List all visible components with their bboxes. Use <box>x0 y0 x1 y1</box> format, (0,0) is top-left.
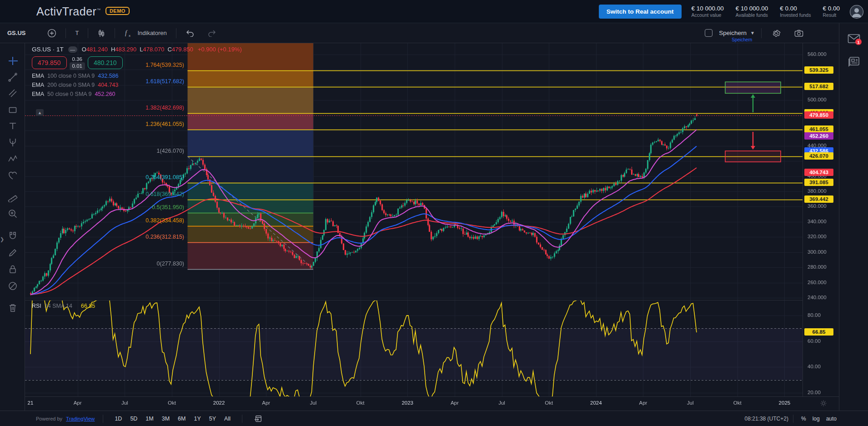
ruler-icon <box>8 192 18 202</box>
user-icon <box>850 5 863 19</box>
save-layout-button[interactable]: Speichern Speichern ▼ <box>719 30 755 36</box>
account-stat: € 0.00Invested funds <box>780 5 811 19</box>
indicator-legend-row[interactable]: EMA100 close 0 SMA 9432.586 <box>32 73 242 79</box>
fx-icon: f x <box>124 29 134 37</box>
price-badge: 426.070 <box>804 152 833 160</box>
news-button[interactable] <box>848 56 860 70</box>
chart-style-button[interactable] <box>94 27 109 40</box>
rsi-value: 66.85 <box>81 303 95 309</box>
tool-eraser[interactable] <box>6 280 20 292</box>
indicator-value: 404.743 <box>98 82 118 88</box>
account-stat-value: € 10 000.00 <box>692 5 724 13</box>
ohlc-value: 483.290 <box>115 46 136 53</box>
price-axis[interactable]: 560.000500.000440.000400.000380.000360.0… <box>803 43 839 396</box>
auto-scale-button[interactable]: auto <box>823 414 840 423</box>
tool-trash[interactable] <box>6 301 20 314</box>
sell-button[interactable]: 479.850 <box>32 56 67 69</box>
save-sub-label: Speichern <box>732 37 752 42</box>
account-stat-value: € 0.00 <box>823 5 840 13</box>
symbol-button[interactable]: GS.US <box>7 30 25 36</box>
range-button-6m[interactable]: 6M <box>175 414 189 423</box>
draw-icon <box>8 248 18 258</box>
rsi-legend: RSI 14 SMA 14 66.85 <box>32 303 95 309</box>
tool-ruler[interactable] <box>6 191 20 204</box>
legend-collapse-button[interactable]: — <box>68 46 77 53</box>
indicators-label: Indikatoren <box>137 30 166 36</box>
mail-button[interactable]: 1 <box>848 33 860 46</box>
percent-scale-button[interactable]: % <box>798 414 809 423</box>
compare-add-button[interactable] <box>44 27 60 40</box>
avatar[interactable] <box>850 5 863 19</box>
tool-pattern[interactable] <box>6 153 20 165</box>
tool-pitchfork[interactable] <box>6 136 20 149</box>
price-tick: 280.000 <box>808 264 827 270</box>
time-axis[interactable]: 21AprJulOkt2022AprJulOkt2023AprJulOkt202… <box>25 396 839 411</box>
price-badge: 461.055 <box>804 125 833 133</box>
zoom-in-icon <box>8 209 18 219</box>
range-button-3m[interactable]: 3M <box>159 414 173 423</box>
rsi-name: RSI <box>32 303 41 309</box>
undo-button[interactable] <box>182 28 198 39</box>
range-button-1m[interactable]: 1M <box>142 414 156 423</box>
tool-magnet[interactable] <box>6 230 20 242</box>
range-button-all[interactable]: All <box>221 414 234 423</box>
tool-crosshair[interactable] <box>6 55 20 67</box>
top-header: ActivTrader™ DEMO Switch to Real account… <box>0 0 868 23</box>
layout-checkbox[interactable] <box>705 29 712 37</box>
tradingview-link[interactable]: TradingView <box>66 416 95 421</box>
price-tick: 320.000 <box>808 234 827 239</box>
spread-bottom: 0.01 <box>70 62 85 70</box>
settings-button[interactable] <box>768 27 784 40</box>
expand-panel-chevron-icon[interactable]: ❯ <box>0 236 4 242</box>
legend-symbol-interval[interactable]: GS.US · 1T <box>32 46 64 53</box>
powered-by-label: Powered by <box>36 416 62 421</box>
tool-draw[interactable] <box>6 246 20 259</box>
go-to-date-button[interactable] <box>251 413 266 425</box>
buy-button[interactable]: 480.210 <box>88 56 123 69</box>
account-stat-label: Result <box>823 12 840 18</box>
indicator-legend-rows: EMA100 close 0 SMA 9432.586EMA200 close … <box>32 73 242 97</box>
clock[interactable]: 08:21:38 (UTC+2) <box>745 416 788 422</box>
candlestick-icon <box>97 29 105 38</box>
save-label: Speichern <box>719 30 747 36</box>
header-right: Switch to Real account € 10 000.00Accoun… <box>599 0 863 23</box>
log-scale-button[interactable]: log <box>809 414 823 423</box>
switch-to-real-button[interactable]: Switch to Real account <box>599 5 682 19</box>
indicators-button[interactable]: f x Indikatoren <box>120 27 170 39</box>
crosshair-icon <box>8 56 18 66</box>
tool-favorites[interactable] <box>6 169 20 182</box>
timeframe-button[interactable]: T <box>71 28 82 38</box>
fib-panel-collapse-button[interactable]: ▲ <box>36 109 44 116</box>
range-button-5y[interactable]: 5Y <box>206 414 219 423</box>
tool-lock[interactable] <box>6 263 20 276</box>
range-button-1d[interactable]: 1D <box>111 414 125 423</box>
rsi-value-badge: 66.85 <box>804 328 833 336</box>
range-button-1y[interactable]: 1Y <box>191 414 204 423</box>
tool-brush[interactable] <box>6 71 20 84</box>
range-button-5d[interactable]: 5D <box>127 414 140 423</box>
logo-text: ActivTrader <box>36 5 96 18</box>
chart-toolbar: GS.US T f x <box>0 23 839 43</box>
redo-button[interactable] <box>204 28 220 39</box>
account-stat-value: € 10 000.00 <box>736 5 768 13</box>
tool-zoom-in[interactable] <box>6 207 20 220</box>
demo-badge: DEMO <box>105 7 130 15</box>
rsi-tick: 60.00 <box>808 338 821 344</box>
account-stat-label: Invested funds <box>780 12 811 18</box>
time-tick: Jul <box>498 400 505 406</box>
mail-unread-badge: 1 <box>855 39 862 45</box>
screenshot-button[interactable] <box>791 27 807 39</box>
account-stats: € 10 000.00Account value€ 10 000.00Avail… <box>692 5 840 19</box>
price-tick: 300.000 <box>808 249 827 255</box>
lock-icon <box>8 264 18 274</box>
indicator-legend-row[interactable]: EMA50 close 0 SMA 9452.260 <box>32 91 242 97</box>
tool-trend-line[interactable] <box>6 87 20 100</box>
axis-settings-icon[interactable] <box>820 400 827 407</box>
indicator-name: EMA <box>32 91 44 97</box>
indicator-legend-row[interactable]: EMA200 close 0 SMA 9404.743 <box>32 82 242 88</box>
chart-legend: GS.US · 1T — O481.240H483.290L478.070C47… <box>32 46 242 97</box>
pitchfork-icon <box>8 137 18 147</box>
spread-top: 0.36 <box>72 56 82 62</box>
tool-text[interactable] <box>6 120 20 132</box>
tool-rectangle[interactable] <box>6 104 20 116</box>
